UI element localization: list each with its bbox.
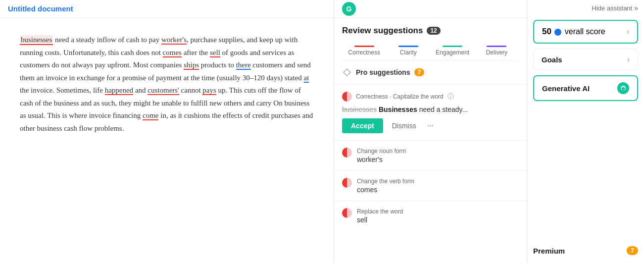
- document-panel: Untitled document businesses need a stea…: [0, 0, 334, 263]
- word-there[interactable]: there: [236, 61, 251, 70]
- word-come[interactable]: come: [143, 111, 158, 120]
- pro-suggestions-header: Pro suggestions 7: [334, 60, 527, 84]
- suggestions-panel: G Review suggestions 12 Correctness Clar…: [334, 0, 527, 263]
- clarity-indicator: [398, 46, 418, 47]
- premium-label: Premium: [533, 247, 565, 255]
- genai-card[interactable]: Generative AI: [533, 75, 638, 101]
- replace-word-word: sell: [357, 216, 403, 224]
- spacer: [533, 106, 638, 242]
- suggestion-replace-word[interactable]: Replace the word sell: [334, 201, 527, 231]
- info-icon[interactable]: ⓘ: [447, 92, 454, 101]
- suggestion-replacement: Businesses: [379, 105, 417, 113]
- chevron-right-icon: »: [634, 4, 638, 12]
- engagement-indicator: [443, 46, 462, 47]
- word-sell[interactable]: sell: [210, 49, 220, 57]
- goals-label: Goals: [542, 55, 562, 64]
- replace-word-content: Replace the word sell: [357, 208, 403, 224]
- replace-word-icon: [342, 208, 352, 218]
- verb-form-title: Change the verb form: [357, 178, 414, 185]
- word-comes[interactable]: comes: [163, 49, 182, 57]
- genai-icon: [617, 82, 629, 94]
- tabs-container: Correctness Clarity Engagement Delivery: [342, 42, 519, 60]
- tab-clarity[interactable]: Clarity: [386, 42, 430, 60]
- verb-form-content: Change the verb form comes: [357, 178, 414, 194]
- dismiss-button[interactable]: Dismiss: [387, 118, 421, 133]
- tab-clarity-label: Clarity: [400, 49, 417, 56]
- suggestion-strikethrough: businesses: [342, 105, 377, 113]
- word-at[interactable]: at: [304, 74, 309, 83]
- word-customers[interactable]: customers': [148, 86, 179, 95]
- suggestions-body: Pro suggestions 7 Correctness · Capitali…: [334, 60, 527, 263]
- suggestion-verb-form[interactable]: Change the verb form comes: [334, 170, 527, 201]
- grammarly-logo: G: [342, 2, 356, 16]
- suggestion-preview: businesses Businesses need a steady...: [342, 105, 519, 113]
- pro-suggestions-label: Pro suggestions: [356, 68, 410, 76]
- delivery-indicator: [487, 46, 506, 47]
- grammarly-header: G: [334, 0, 527, 18]
- suggestions-header: Review suggestions 12 Correctness Clarit…: [334, 18, 527, 60]
- score-label: 50 verall score: [542, 27, 605, 37]
- hide-assistant-label: Hide assistant: [592, 4, 633, 12]
- suggestion-meta: Correctness · Capitalize the word ⓘ: [342, 92, 519, 102]
- tab-engagement-label: Engagement: [436, 49, 469, 56]
- word-workers[interactable]: worker's: [161, 36, 187, 45]
- tab-delivery-label: Delivery: [486, 49, 507, 56]
- diamond-icon: [342, 67, 352, 77]
- genai-label: Generative AI: [542, 84, 590, 93]
- verb-form-icon: [342, 178, 352, 188]
- tab-correctness[interactable]: Correctness: [342, 42, 386, 60]
- goals-chevron-icon: ›: [627, 55, 630, 64]
- score-card[interactable]: 50 verall score ›: [533, 20, 638, 44]
- suggestion-noun-form[interactable]: Change noun form worker's: [334, 140, 527, 170]
- suggestions-title-text: Review suggestions: [342, 26, 423, 36]
- word-businesses[interactable]: businesses: [20, 35, 53, 45]
- noun-form-title: Change noun form: [357, 148, 406, 155]
- accept-button[interactable]: Accept: [342, 118, 383, 133]
- main-suggestion-card: Correctness · Capitalize the word ⓘ busi…: [334, 84, 527, 140]
- score-text: verall score: [565, 27, 605, 36]
- verb-form-word: comes: [357, 186, 414, 194]
- tab-engagement[interactable]: Engagement: [431, 42, 475, 60]
- suggestion-context: need a steady...: [419, 105, 468, 113]
- document-content[interactable]: businesses need a steady inflow of cash …: [0, 18, 334, 263]
- suggestions-count-badge: 12: [427, 27, 440, 35]
- noun-form-content: Change noun form worker's: [357, 148, 406, 163]
- word-ships[interactable]: ships: [184, 61, 199, 70]
- pro-count-badge: 7: [414, 68, 425, 76]
- noun-form-word: worker's: [357, 156, 406, 163]
- premium-section: Premium 7: [533, 242, 638, 259]
- correctness-indicator: [354, 46, 374, 47]
- word-happened[interactable]: happened: [105, 86, 133, 95]
- document-title: Untitled document: [0, 0, 334, 18]
- suggestion-type-label: Correctness · Capitalize the word: [356, 93, 444, 100]
- score-chevron-icon: ›: [627, 27, 629, 36]
- premium-count-badge: 7: [627, 246, 638, 255]
- tab-delivery[interactable]: Delivery: [475, 42, 519, 60]
- replace-word-title: Replace the word: [357, 208, 403, 215]
- goals-card[interactable]: Goals ›: [533, 49, 638, 70]
- suggestion-actions: Accept Dismiss ···: [342, 118, 519, 133]
- more-options-button[interactable]: ···: [425, 119, 436, 132]
- tab-correctness-label: Correctness: [348, 49, 380, 56]
- right-panel: Hide assistant » 50 verall score › Goals…: [527, 0, 644, 263]
- suggestions-title: Review suggestions 12: [342, 26, 519, 36]
- word-pays[interactable]: pays: [202, 86, 216, 95]
- score-dot-icon: [554, 29, 561, 36]
- hide-assistant-button[interactable]: Hide assistant »: [533, 4, 638, 12]
- correctness-half-icon: [342, 92, 352, 102]
- noun-form-icon: [342, 148, 352, 158]
- svg-marker-0: [344, 69, 350, 76]
